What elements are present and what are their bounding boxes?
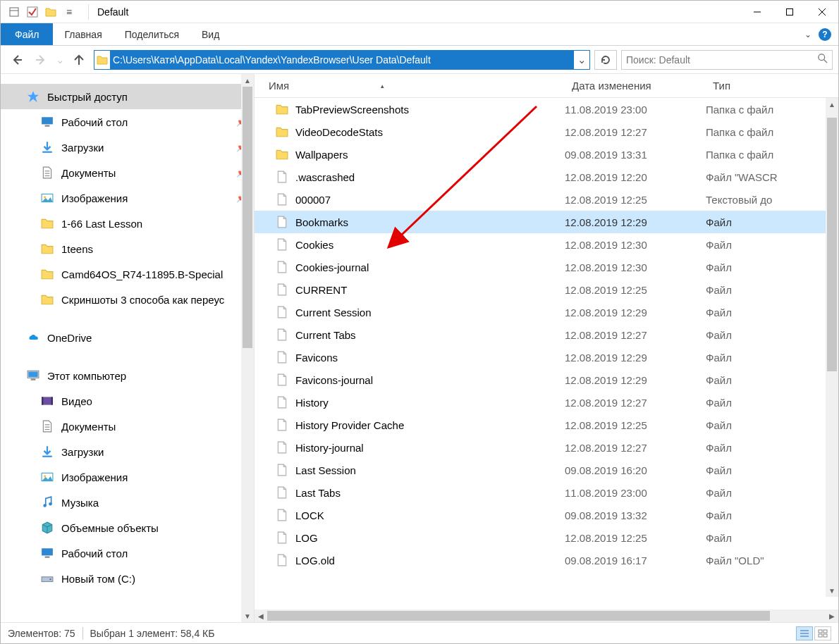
file-row[interactable]: History-journal12.08.2019 12:27Файл <box>255 436 838 459</box>
sidebar-quick-access[interactable]: Быстрый доступ <box>1 84 254 109</box>
sidebar-quick-item-2[interactable]: Документы📌 <box>1 160 254 185</box>
svg-rect-22 <box>31 379 36 380</box>
file-type: Файл <box>706 509 838 521</box>
sidebar-quick-item-5[interactable]: 1teens <box>1 236 254 261</box>
sidebar-pc-item-1[interactable]: Документы <box>1 414 254 439</box>
file-row[interactable]: 00000712.08.2019 12:25Текстовый до <box>255 188 838 211</box>
maximize-button[interactable] <box>773 1 806 23</box>
address-path[interactable]: C:\Users\Катя\AppData\Local\Yandex\Yande… <box>110 51 574 69</box>
svg-rect-43 <box>819 634 822 637</box>
filelist-vscrollbar[interactable]: ▲ ▼ <box>826 98 838 597</box>
view-large-button[interactable] <box>814 626 831 640</box>
nav-item-label: Объемные объекты <box>61 522 159 534</box>
scrollbar-thumb[interactable] <box>267 611 770 621</box>
file-icon <box>276 171 288 183</box>
close-button[interactable] <box>806 1 838 23</box>
file-row[interactable]: Wallpapers09.08.2019 13:31Папка с файл <box>255 143 838 166</box>
sidebar-quick-item-0[interactable]: Рабочий стол📌 <box>1 109 254 135</box>
file-type: Файл <box>706 487 838 499</box>
scroll-down-icon[interactable]: ▼ <box>826 584 838 597</box>
drive-icon <box>40 571 54 586</box>
search-box[interactable]: Поиск: Default <box>621 50 833 70</box>
back-button[interactable] <box>6 49 27 70</box>
column-type[interactable]: Тип <box>706 74 838 97</box>
file-row[interactable]: History Provider Cache12.08.2019 12:25Фа… <box>255 414 838 436</box>
file-name: Cookies <box>295 239 333 251</box>
ribbon-collapse-icon[interactable]: ⌄ <box>802 27 814 42</box>
sidebar-pc-item-5[interactable]: Объемные объекты <box>1 515 254 540</box>
svg-rect-25 <box>51 397 53 404</box>
ribbon-tab-home[interactable]: Главная <box>53 23 113 45</box>
svg-rect-24 <box>42 397 43 404</box>
file-row[interactable]: .wascrashed12.08.2019 12:20Файл "WASCR <box>255 166 838 188</box>
scroll-right-icon[interactable]: ▶ <box>826 612 838 620</box>
file-row[interactable]: Current Tabs12.08.2019 12:27Файл <box>255 323 838 346</box>
ribbon-tab-view[interactable]: Вид <box>190 23 231 45</box>
column-date[interactable]: Дата изменения <box>565 74 706 97</box>
file-row[interactable]: Current Session12.08.2019 12:29Файл <box>255 301 838 323</box>
file-date: 12.08.2019 12:20 <box>565 171 706 183</box>
column-name[interactable]: Имя▴ <box>255 74 565 97</box>
search-icon[interactable] <box>818 54 828 66</box>
sidebar-pc-item-0[interactable]: Видео <box>1 388 254 414</box>
file-row[interactable]: Cookies12.08.2019 12:30Файл <box>255 233 838 256</box>
sidebar-quick-item-3[interactable]: Изображения📌 <box>1 185 254 211</box>
navpane-scrollbar[interactable]: ▲ ▼ <box>241 74 254 622</box>
scroll-down-icon[interactable]: ▼ <box>241 609 254 622</box>
file-date: 12.08.2019 12:29 <box>565 306 706 318</box>
file-date: 12.08.2019 12:30 <box>565 239 706 251</box>
sidebar-onedrive[interactable]: OneDrive <box>1 325 254 350</box>
scroll-up-icon[interactable]: ▲ <box>826 98 838 111</box>
sidebar-quick-item-4[interactable]: 1-66 Last Lesson <box>1 211 254 236</box>
file-row[interactable]: CURRENT12.08.2019 12:25Файл <box>255 278 838 301</box>
file-row[interactable]: LOCK09.08.2019 13:32Файл <box>255 504 838 526</box>
minimize-button[interactable] <box>741 1 773 23</box>
file-row[interactable]: Last Session09.08.2019 16:20Файл <box>255 459 838 481</box>
forward-button[interactable] <box>30 49 51 70</box>
svg-rect-41 <box>819 630 822 633</box>
qat-checkbox-icon[interactable] <box>25 4 40 20</box>
sidebar-pc-item-2[interactable]: Загрузки <box>1 439 254 464</box>
file-name: LOG.old <box>295 555 335 566</box>
file-row[interactable]: History12.08.2019 12:27Файл <box>255 391 838 414</box>
file-row[interactable]: LOG.old09.08.2019 16:17Файл "OLD" <box>255 549 838 571</box>
file-row[interactable]: LOG12.08.2019 12:25Файл <box>255 526 838 549</box>
sidebar-quick-item-7[interactable]: Скриншоты 3 способа как переус <box>1 287 254 312</box>
filelist-hscrollbar[interactable]: ◀ ▶ <box>255 609 838 622</box>
file-row[interactable]: Bookmarks12.08.2019 12:29Файл <box>255 211 838 233</box>
file-name: .wascrashed <box>295 171 355 183</box>
ribbon-tab-file[interactable]: Файл <box>1 23 53 45</box>
address-dropdown-icon[interactable]: ⌄ <box>574 54 589 66</box>
file-icon <box>276 216 288 228</box>
qat-folder-icon[interactable] <box>43 4 59 20</box>
sidebar-pc-item-6[interactable]: Рабочий стол <box>1 540 254 566</box>
scrollbar-thumb[interactable] <box>243 87 252 348</box>
file-row[interactable]: TabPreviewScreenshots11.08.2019 23:00Пап… <box>255 98 838 120</box>
sidebar-pc-item-4[interactable]: Музыка <box>1 490 254 515</box>
sidebar-pc-item-7[interactable]: Новый том (C:) <box>1 566 254 591</box>
help-icon[interactable]: ? <box>819 28 831 41</box>
sidebar-quick-item-6[interactable]: Camd64OS_R74-11895.B-Special <box>1 261 254 287</box>
ribbon-tab-share[interactable]: Поделиться <box>114 23 190 45</box>
svg-point-32 <box>43 504 47 507</box>
file-row[interactable]: Cookies-journal12.08.2019 12:30Файл <box>255 256 838 278</box>
qat-properties-icon[interactable] <box>6 4 22 20</box>
qat-dropdown-icon[interactable]: ≡ <box>61 4 77 20</box>
view-details-button[interactable] <box>796 626 813 640</box>
video-icon <box>40 394 54 408</box>
file-row[interactable]: Favicons12.08.2019 12:29Файл <box>255 346 838 369</box>
refresh-button[interactable] <box>594 50 617 70</box>
sidebar-quick-item-1[interactable]: Загрузки📌 <box>1 135 254 160</box>
sidebar-this-pc[interactable]: Этот компьютер <box>1 363 254 388</box>
address-bar[interactable]: C:\Users\Катя\AppData\Local\Yandex\Yande… <box>94 50 590 70</box>
file-row[interactable]: Favicons-journal12.08.2019 12:29Файл <box>255 369 838 391</box>
up-button[interactable] <box>68 49 90 70</box>
file-row[interactable]: Last Tabs11.08.2019 23:00Файл <box>255 481 838 504</box>
scroll-left-icon[interactable]: ◀ <box>255 612 267 620</box>
file-type: Файл <box>706 216 838 228</box>
recent-dropdown-icon[interactable]: ⌄ <box>54 49 66 70</box>
file-row[interactable]: VideoDecodeStats12.08.2019 12:27Папка с … <box>255 120 838 143</box>
scroll-up-icon[interactable]: ▲ <box>241 74 254 87</box>
sidebar-pc-item-3[interactable]: Изображения <box>1 464 254 490</box>
scrollbar-thumb[interactable] <box>827 118 837 371</box>
